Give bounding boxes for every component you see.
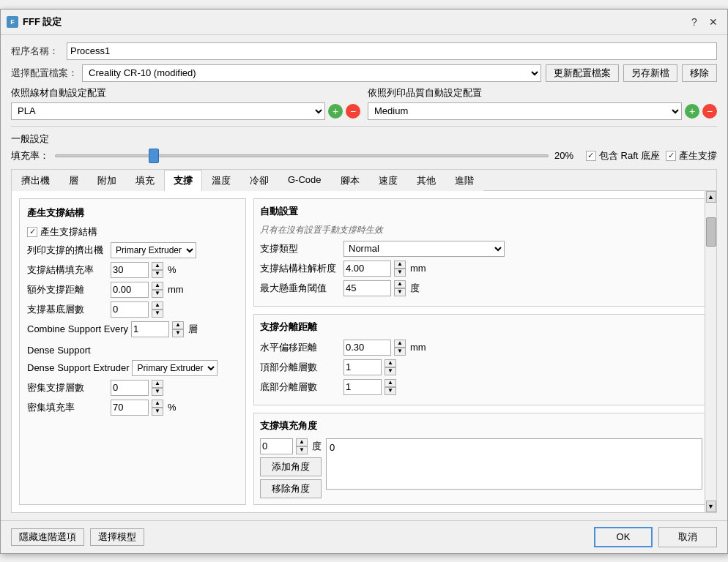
dense-layers-up[interactable]: ▲ <box>152 380 163 388</box>
fill-angle-title: 支撐填充角度 <box>260 419 702 432</box>
support-fill-spinner[interactable]: ▲ ▼ <box>152 262 163 278</box>
bottom-layers-spinner[interactable]: ▲ ▼ <box>385 379 396 395</box>
tabs-section: 擠出機 層 附加 填充 支撐 溫度 冷卻 G-Code 腳本 速度 其他 進階 … <box>11 169 717 513</box>
combine-input[interactable] <box>131 321 169 337</box>
horiz-input[interactable] <box>343 340 391 356</box>
tab-layer[interactable]: 層 <box>59 170 88 191</box>
tab-extruder[interactable]: 擠出機 <box>12 170 59 191</box>
combine-up[interactable]: ▲ <box>172 321 184 329</box>
top-layers-down[interactable]: ▼ <box>385 367 396 375</box>
extra-dist-input[interactable] <box>111 282 149 298</box>
add-material-button[interactable]: + <box>328 104 343 119</box>
support-fill-up[interactable]: ▲ <box>152 262 163 270</box>
remove-material-button[interactable]: − <box>346 104 360 119</box>
scroll-up-arrow[interactable]: ▲ <box>706 191 716 203</box>
support-fill-down[interactable]: ▼ <box>152 270 163 278</box>
support-fill-input[interactable] <box>111 262 149 278</box>
process-name-input[interactable] <box>67 42 717 60</box>
remove-angle-button[interactable]: 移除角度 <box>260 479 322 498</box>
horiz-down[interactable]: ▼ <box>394 348 406 356</box>
update-config-button[interactable]: 更新配置檔案 <box>546 64 619 82</box>
remove-button[interactable]: 移除 <box>682 64 717 82</box>
angle-threshold-up[interactable]: ▲ <box>394 280 406 288</box>
scroll-down-arrow[interactable]: ▼ <box>706 501 716 512</box>
angle-spinner[interactable]: ▲ ▼ <box>296 438 308 454</box>
dense-layers-input[interactable] <box>111 380 149 396</box>
scroll-thumb[interactable] <box>706 217 716 247</box>
bottom-layers-up[interactable]: ▲ <box>385 379 396 387</box>
tab-script[interactable]: 腳本 <box>331 170 369 191</box>
main-content: 程序名稱： 選擇配置檔案： Creality CR-10 (modified) … <box>1 35 727 520</box>
fill-rate-slider-container[interactable] <box>55 149 549 163</box>
tab-support[interactable]: 支撐 <box>164 170 202 191</box>
dense-layers-spinner[interactable]: ▲ ▼ <box>152 380 163 396</box>
raft-checkbox[interactable]: ✓ <box>586 151 596 161</box>
angle-list[interactable]: 0 <box>326 438 702 490</box>
resolution-up[interactable]: ▲ <box>394 261 406 269</box>
base-layers-input[interactable] <box>111 301 149 318</box>
tab-gcode[interactable]: G-Code <box>278 170 331 191</box>
tab-advanced[interactable]: 進階 <box>445 170 483 191</box>
fill-rate-thumb[interactable] <box>149 149 159 163</box>
support-checkbox[interactable]: ✓ <box>666 151 676 161</box>
general-section: 一般設定 填充率： 20% ✓ 包含 Raft 底座 ✓ 產生支撐 <box>11 126 717 163</box>
quality-select[interactable]: Medium <box>368 102 682 120</box>
add-angle-button[interactable]: 添加角度 <box>260 457 322 476</box>
tab-other[interactable]: 其他 <box>407 170 445 191</box>
base-layers-down[interactable]: ▼ <box>152 310 163 318</box>
horiz-up[interactable]: ▲ <box>394 340 406 348</box>
save-as-button[interactable]: 另存新檔 <box>623 64 677 82</box>
angle-up[interactable]: ▲ <box>296 438 308 446</box>
dense-layers-down[interactable]: ▼ <box>152 388 163 396</box>
top-layers-up[interactable]: ▲ <box>385 359 396 367</box>
scrollbar[interactable]: ▲ ▼ <box>705 191 716 512</box>
extra-dist-spinner[interactable]: ▲ ▼ <box>152 282 163 298</box>
base-layers-spinner[interactable]: ▲ ▼ <box>152 301 163 318</box>
tab-addon[interactable]: 附加 <box>88 170 126 191</box>
angle-down[interactable]: ▼ <box>296 446 308 454</box>
angle-threshold-input[interactable] <box>343 280 391 296</box>
tab-fill[interactable]: 填充 <box>126 170 164 191</box>
main-window: F FFF 設定 ? ✕ 程序名稱： 選擇配置檔案： Creality CR-1… <box>0 9 728 554</box>
generate-support-checkbox[interactable]: ✓ <box>27 227 37 237</box>
support-type-select[interactable]: Normal Linear Grid Pillar <box>343 241 505 257</box>
dense-fill-label: 密集填充率 <box>27 401 108 414</box>
resolution-spinner[interactable]: ▲ ▼ <box>394 261 406 277</box>
add-quality-button[interactable]: + <box>685 104 699 119</box>
extruder-select[interactable]: Primary Extruder <box>111 242 196 258</box>
hide-advanced-button[interactable]: 隱藏進階選項 <box>11 528 84 546</box>
dense-fill-down[interactable]: ▼ <box>152 408 163 416</box>
dense-fill-spinner[interactable]: ▲ ▼ <box>152 400 163 416</box>
resolution-input[interactable] <box>343 261 391 277</box>
bottom-layers-down[interactable]: ▼ <box>385 387 396 395</box>
combine-down[interactable]: ▼ <box>172 329 184 337</box>
help-button[interactable]: ? <box>686 14 702 30</box>
angle-threshold-spinner[interactable]: ▲ ▼ <box>394 280 406 296</box>
dense-fill-input[interactable] <box>111 400 149 416</box>
tab-temperature[interactable]: 溫度 <box>202 170 240 191</box>
process-name-label: 程序名稱： <box>11 45 62 58</box>
ok-button[interactable]: OK <box>594 527 653 547</box>
horiz-spinner[interactable]: ▲ ▼ <box>394 340 406 356</box>
fill-angle-section: 支撐填充角度 ▲ ▼ 度 <box>253 413 709 505</box>
angle-value-input[interactable] <box>260 438 293 454</box>
material-select[interactable]: PLA <box>11 102 325 120</box>
close-button[interactable]: ✕ <box>705 14 721 30</box>
top-layers-input[interactable] <box>343 359 382 375</box>
dense-extruder-select[interactable]: Primary Extruder <box>132 360 218 376</box>
extra-dist-down[interactable]: ▼ <box>152 290 163 298</box>
top-layers-spinner[interactable]: ▲ ▼ <box>385 359 396 375</box>
base-layers-up[interactable]: ▲ <box>152 301 163 310</box>
dense-fill-up[interactable]: ▲ <box>152 400 163 408</box>
tab-speed[interactable]: 速度 <box>369 170 407 191</box>
angle-threshold-down[interactable]: ▼ <box>394 288 406 296</box>
tab-cooling[interactable]: 冷卻 <box>240 170 278 191</box>
select-model-button[interactable]: 選擇模型 <box>90 528 144 546</box>
combine-spinner[interactable]: ▲ ▼ <box>172 321 184 337</box>
extra-dist-up[interactable]: ▲ <box>152 282 163 290</box>
config-file-select[interactable]: Creality CR-10 (modified) <box>82 64 541 82</box>
remove-quality-button[interactable]: − <box>702 104 717 119</box>
resolution-down[interactable]: ▼ <box>394 269 406 277</box>
cancel-button[interactable]: 取消 <box>658 527 717 547</box>
bottom-layers-input[interactable] <box>343 379 382 395</box>
